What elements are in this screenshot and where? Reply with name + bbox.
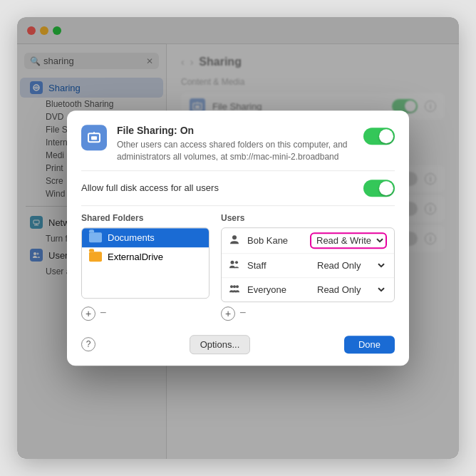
folder-name-documents: Documents bbox=[108, 232, 155, 243]
user-name-bob-kane: Bob Kane bbox=[247, 235, 304, 246]
dialog-header: File Sharing: On Other users can access … bbox=[67, 110, 409, 170]
remove-folder-button[interactable]: − bbox=[100, 306, 106, 319]
dialog-description: Other users can access shared folders on… bbox=[117, 139, 353, 163]
folders-controls: + − bbox=[81, 306, 209, 321]
add-folder-button[interactable]: + bbox=[81, 306, 95, 321]
svg-point-23 bbox=[236, 285, 239, 288]
allow-disk-toggle[interactable] bbox=[363, 180, 395, 197]
shared-folders-col: Shared Folders Documents ExternalDrive bbox=[81, 213, 209, 302]
bottom-controls: + − + − bbox=[67, 302, 409, 325]
permission-select-everyone[interactable]: Read Only Read & Write Write Only No Acc… bbox=[311, 282, 387, 297]
users-col: Users Bob Kane Read & W bbox=[221, 213, 395, 302]
options-button[interactable]: Options... bbox=[190, 335, 251, 354]
permission-select-staff[interactable]: Read Only Read & Write Write Only No Acc… bbox=[311, 258, 387, 273]
folder-item-externaldrive[interactable]: ExternalDrive bbox=[82, 247, 209, 267]
user-icon-staff bbox=[229, 259, 242, 271]
add-user-button[interactable]: + bbox=[221, 306, 235, 321]
dialog-file-sharing-toggle[interactable] bbox=[363, 128, 395, 145]
dialog-service-icon bbox=[81, 125, 107, 150]
svg-point-20 bbox=[235, 261, 238, 264]
users-label: Users bbox=[221, 213, 395, 223]
svg-rect-17 bbox=[91, 136, 97, 140]
folder-list: Documents ExternalDrive bbox=[81, 227, 209, 299]
user-name-staff: Staff bbox=[247, 260, 306, 271]
user-item-bob-kane: Bob Kane Read & Write Read Only Write On… bbox=[222, 228, 394, 254]
allow-disk-label: Allow full disk access for all users bbox=[81, 182, 219, 193]
svg-point-19 bbox=[231, 261, 234, 264]
user-permission-bob-kane: Read & Write Read Only Write Only No Acc… bbox=[310, 232, 387, 249]
folder-name-externaldrive: ExternalDrive bbox=[108, 252, 163, 262]
users-list: Bob Kane Read & Write Read Only Write On… bbox=[221, 227, 395, 302]
user-item-staff: Staff Read Only Read & Write Write Only … bbox=[222, 254, 394, 278]
user-permission-everyone: Read Only Read & Write Write Only No Acc… bbox=[311, 282, 387, 297]
folder-icon-externaldrive bbox=[89, 252, 102, 262]
user-permission-staff: Read Only Read & Write Write Only No Acc… bbox=[311, 258, 387, 273]
shared-folders-label: Shared Folders bbox=[81, 213, 209, 223]
folder-item-documents[interactable]: Documents bbox=[82, 228, 209, 247]
folder-icon-documents bbox=[89, 232, 102, 242]
dialog-footer: ? Options... Done bbox=[67, 325, 409, 366]
user-name-everyone: Everyone bbox=[247, 284, 306, 295]
user-item-everyone: Everyone Read Only Read & Write Write On… bbox=[222, 278, 394, 301]
user-icon-bob-kane bbox=[229, 234, 242, 247]
user-icon-everyone bbox=[229, 283, 242, 296]
dialog-allow-row: Allow full disk access for all users bbox=[67, 171, 409, 205]
svg-point-22 bbox=[233, 285, 236, 288]
remove-user-button[interactable]: − bbox=[239, 306, 246, 319]
help-button[interactable]: ? bbox=[81, 337, 95, 351]
users-controls: + − bbox=[221, 306, 246, 321]
dialog-title-area: File Sharing: On Other users can access … bbox=[117, 125, 353, 163]
dialog-columns: Shared Folders Documents ExternalDrive U… bbox=[67, 206, 409, 302]
svg-point-18 bbox=[232, 235, 237, 239]
dialog-title: File Sharing: On bbox=[117, 125, 353, 136]
file-sharing-dialog: File Sharing: On Other users can access … bbox=[67, 110, 409, 366]
svg-point-21 bbox=[230, 285, 233, 288]
permission-select-bob-kane[interactable]: Read & Write Read Only Write Only No Acc… bbox=[310, 232, 387, 249]
done-button[interactable]: Done bbox=[344, 336, 395, 353]
main-window: 🔍 ✕ Sharing Bluetooth Sharing DVD bbox=[17, 17, 459, 459]
